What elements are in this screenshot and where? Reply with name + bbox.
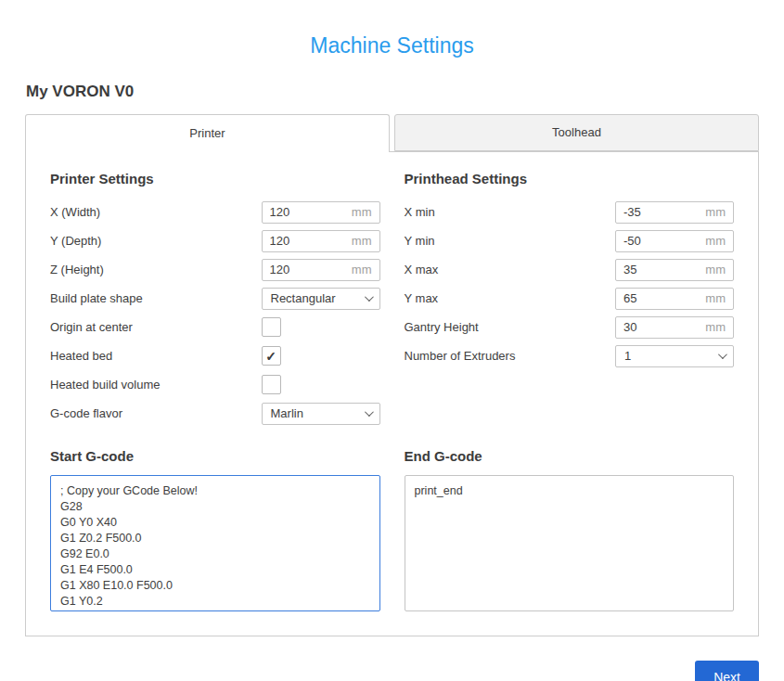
x-min-input-group: mm: [615, 201, 734, 224]
next-button[interactable]: Next: [695, 661, 759, 681]
gcode-flavor-value: Marlin: [271, 406, 303, 420]
z-height-label: Z (Height): [50, 263, 262, 276]
tab-bar: Printer Toolhead: [25, 114, 759, 151]
gantry-height-unit: mm: [705, 320, 726, 334]
x-min-input[interactable]: [623, 205, 700, 219]
gantry-height-input-group: mm: [615, 316, 734, 339]
tab-toolhead[interactable]: Toolhead: [394, 114, 759, 151]
gcode-flavor-select[interactable]: Marlin: [262, 403, 380, 425]
z-height-input[interactable]: [270, 263, 346, 276]
gantry-height-label: Gantry Height: [405, 320, 616, 334]
start-gcode-textarea[interactable]: [50, 475, 380, 611]
y-min-input-group: mm: [615, 230, 734, 252]
x-width-row: X (Width) mm: [50, 198, 380, 226]
x-min-row: X min mm: [405, 198, 735, 226]
end-gcode-heading: End G-code: [405, 448, 735, 464]
checkmark-icon: ✓: [265, 350, 276, 363]
y-depth-label: Y (Depth): [50, 234, 262, 248]
dialog-footer: Next: [0, 661, 759, 681]
y-min-row: Y min mm: [405, 226, 735, 255]
machine-settings-dialog: Machine Settings My VORON V0 Printer Too…: [0, 33, 784, 681]
x-min-label: X min: [405, 205, 616, 219]
heated-bed-label: Heated bed: [50, 349, 262, 363]
x-max-row: X max mm: [405, 255, 735, 284]
x-max-unit: mm: [705, 263, 726, 276]
y-max-input[interactable]: [623, 291, 700, 305]
z-height-unit: mm: [352, 263, 372, 276]
build-plate-shape-select[interactable]: Rectangular: [262, 288, 380, 310]
x-max-input-group: mm: [615, 259, 734, 281]
z-height-input-group: mm: [262, 259, 380, 281]
y-depth-row: Y (Depth) mm: [50, 226, 380, 255]
y-max-row: Y max mm: [405, 284, 735, 313]
y-depth-input[interactable]: [270, 234, 346, 248]
origin-at-center-checkbox[interactable]: [262, 317, 281, 337]
heated-bed-row: Heated bed ✓: [50, 341, 380, 370]
start-gcode-heading: Start G-code: [50, 448, 380, 464]
heated-build-volume-checkbox[interactable]: [262, 375, 281, 394]
settings-panel: Printer Settings X (Width) mm Y (Depth) …: [25, 151, 759, 636]
extruder-count-row: Number of Extruders 1: [405, 341, 735, 370]
x-width-input-group: mm: [262, 201, 380, 224]
x-min-unit: mm: [705, 205, 726, 219]
tab-printer[interactable]: Printer: [25, 114, 390, 152]
heated-bed-checkbox[interactable]: ✓: [262, 346, 281, 366]
origin-at-center-row: Origin at center: [50, 313, 380, 341]
machine-name: My VORON V0: [26, 83, 759, 101]
printhead-settings-heading: Printhead Settings: [405, 171, 735, 186]
printer-settings-column: Printer Settings X (Width) mm Y (Depth) …: [50, 171, 380, 428]
y-depth-unit: mm: [352, 234, 372, 248]
y-max-input-group: mm: [615, 288, 734, 310]
end-gcode-column: End G-code: [405, 448, 735, 615]
start-gcode-column: Start G-code: [50, 448, 380, 615]
chevron-down-icon: [364, 407, 373, 417]
heated-build-volume-label: Heated build volume: [50, 378, 262, 392]
y-min-input[interactable]: [623, 234, 700, 248]
gcode-flavor-label: G-code flavor: [50, 406, 262, 420]
x-width-unit: mm: [352, 205, 372, 219]
y-min-unit: mm: [705, 234, 726, 248]
y-min-label: Y min: [405, 234, 616, 248]
heated-build-volume-row: Heated build volume: [50, 370, 380, 399]
settings-grid: Printer Settings X (Width) mm Y (Depth) …: [50, 171, 734, 428]
x-width-input[interactable]: [270, 205, 346, 219]
z-height-row: Z (Height) mm: [50, 255, 380, 284]
gcode-flavor-row: G-code flavor Marlin: [50, 399, 380, 428]
printer-settings-heading: Printer Settings: [50, 171, 380, 186]
build-plate-shape-row: Build plate shape Rectangular: [50, 284, 380, 313]
extruder-count-select[interactable]: 1: [615, 345, 734, 367]
y-max-label: Y max: [405, 291, 616, 305]
dialog-title: Machine Settings: [0, 33, 784, 58]
gantry-height-row: Gantry Height mm: [405, 313, 735, 341]
x-max-input[interactable]: [623, 263, 700, 276]
end-gcode-textarea[interactable]: [405, 475, 735, 611]
origin-at-center-label: Origin at center: [50, 320, 262, 334]
y-max-unit: mm: [705, 291, 726, 305]
gcode-section: Start G-code End G-code: [50, 448, 734, 615]
chevron-down-icon: [718, 350, 727, 359]
x-max-label: X max: [405, 263, 616, 276]
extruder-count-label: Number of Extruders: [405, 349, 616, 363]
extruder-count-value: 1: [624, 349, 631, 363]
x-width-label: X (Width): [50, 205, 262, 219]
y-depth-input-group: mm: [262, 230, 380, 252]
build-plate-shape-value: Rectangular: [271, 291, 336, 305]
printhead-settings-column: Printhead Settings X min mm Y min mm: [405, 171, 735, 428]
build-plate-shape-label: Build plate shape: [50, 291, 262, 305]
chevron-down-icon: [364, 292, 373, 302]
gantry-height-input[interactable]: [623, 320, 700, 334]
